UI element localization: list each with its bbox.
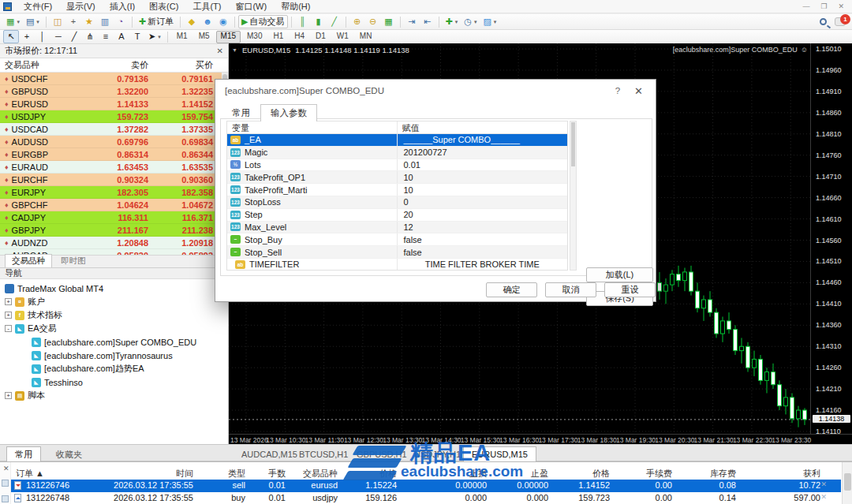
templates-button[interactable]: ▨▾ bbox=[480, 15, 499, 28]
param-row[interactable]: 123TakeProfit_OP110 bbox=[227, 171, 567, 184]
param-value-cell[interactable]: ______Super COMBO______ bbox=[398, 135, 568, 144]
text-tool[interactable]: A bbox=[114, 30, 129, 43]
dialog-close-button[interactable]: ✕ bbox=[631, 85, 646, 97]
terminal-rail-icon-2[interactable] bbox=[2, 495, 9, 502]
dialog-tab-输入参数[interactable]: 输入参数 bbox=[260, 104, 317, 121]
zoom-out-button[interactable]: ⊖ bbox=[365, 15, 381, 28]
market-watch-row[interactable]: ♦USDCAD1.372821.37335 bbox=[0, 123, 222, 136]
line-chart-button[interactable]: ╱ bbox=[327, 15, 342, 28]
order-row[interactable]: 1312267462026.03.12 17:35:55sell0.01euru… bbox=[11, 480, 841, 492]
timeframe-m5[interactable]: M5 bbox=[194, 31, 215, 43]
zoom-in-button[interactable]: ⊕ bbox=[349, 15, 365, 28]
menu-item-1[interactable]: 显示(V) bbox=[59, 1, 103, 12]
param-row[interactable]: ~Stop_Buyfalse bbox=[227, 233, 567, 246]
chart-tab-eurusd[interactable]: EURUSD,M15 bbox=[463, 446, 536, 461]
chart-price-scale[interactable]: 1.150101.149601.149101.148601.148101.147… bbox=[810, 43, 852, 434]
market-watch-row[interactable]: ♦EURCHF0.903240.90360 bbox=[0, 174, 222, 186]
param-value-cell[interactable]: 201200727 bbox=[398, 147, 568, 157]
tile-windows-button[interactable]: ▦ bbox=[381, 15, 397, 28]
strategy-tester-toggle[interactable]: ◔ bbox=[113, 15, 129, 28]
orders-col-1[interactable]: 时间 bbox=[176, 468, 193, 480]
sidebar-tab-常用[interactable]: 常用 bbox=[6, 446, 41, 461]
vertical-line-tool[interactable]: │ bbox=[35, 30, 50, 43]
orders-col-4[interactable]: 交易品种 bbox=[303, 468, 338, 480]
market-watch-row[interactable]: ♦CADJPY116.311116.371 bbox=[0, 211, 222, 224]
market-watch-row[interactable]: ♦USDCHF0.791360.79161 bbox=[0, 73, 222, 85]
col-symbol[interactable]: 交易品种 bbox=[0, 59, 88, 71]
search-icon[interactable] bbox=[820, 18, 827, 25]
param-value-cell[interactable]: 0 bbox=[398, 197, 568, 207]
expand-icon[interactable]: + bbox=[5, 312, 12, 319]
market-watch-row[interactable]: ♦EURUSD1.141331.14152 bbox=[0, 98, 222, 110]
market-watch-close-icon[interactable]: ✕ bbox=[217, 47, 223, 55]
navigator-item[interactable]: -◣EA交易 bbox=[0, 322, 228, 335]
param-value-cell[interactable]: 10 bbox=[398, 173, 568, 182]
param-value-cell[interactable]: 12 bbox=[398, 222, 568, 232]
orders-col-7[interactable]: 止盈 bbox=[531, 468, 548, 480]
expand-icon[interactable]: + bbox=[5, 392, 12, 399]
timeframe-m15[interactable]: M15 bbox=[216, 31, 241, 43]
param-value-cell[interactable]: TIME FILTER BROKER TIME bbox=[398, 259, 568, 269]
orders-col-6[interactable]: 止损 bbox=[469, 468, 487, 480]
mql-community-button[interactable]: ☻ bbox=[200, 15, 215, 28]
chart-shift-button[interactable]: ⇤ bbox=[420, 15, 435, 28]
timeframe-w1[interactable]: W1 bbox=[332, 31, 353, 43]
trendline-tool[interactable]: ╱ bbox=[66, 30, 82, 43]
orders-col-10[interactable]: 库存费 bbox=[710, 468, 736, 480]
autotrading-button[interactable]: ▶自动交易 bbox=[238, 15, 287, 28]
bar-chart-button[interactable]: ║ bbox=[295, 15, 311, 28]
navigator-item[interactable]: ◣Tesshinso bbox=[0, 375, 228, 389]
reset-button[interactable]: 重设 bbox=[604, 282, 656, 297]
terminal-scrollbar[interactable] bbox=[842, 462, 852, 504]
market-watch-tab-即时图[interactable]: 即时图 bbox=[54, 254, 93, 267]
navigator-toggle[interactable]: ★ bbox=[81, 15, 97, 28]
param-row[interactable]: 123Magic201200727 bbox=[227, 147, 567, 159]
indicators-button[interactable]: ✚▾ bbox=[443, 15, 462, 28]
navigator-item[interactable]: ◣[eaclubshare.com]趋势EA bbox=[0, 362, 228, 375]
candlestick-chart-button[interactable]: ▮ bbox=[311, 15, 327, 28]
horizontal-line-tool[interactable]: ─ bbox=[50, 30, 66, 43]
param-row[interactable]: ab_EA______Super COMBO______ bbox=[227, 134, 567, 147]
metaeditor-button[interactable]: ◆ bbox=[184, 15, 200, 28]
navigator-item[interactable]: +¤账户 bbox=[0, 295, 228, 308]
sidebar-tab-收藏夹[interactable]: 收藏夹 bbox=[47, 446, 91, 461]
crosshair-tool[interactable]: + bbox=[19, 30, 35, 43]
inputs-table-scrollbar[interactable] bbox=[570, 121, 577, 271]
terminal-close-icon[interactable]: ✕ bbox=[3, 465, 9, 472]
channel-tool[interactable]: ⋔ bbox=[82, 30, 98, 43]
market-watch-toggle[interactable]: ◫ bbox=[50, 15, 65, 28]
arrows-tool-dropdown-icon[interactable]: ▾ bbox=[158, 34, 161, 40]
periods-button-dropdown-icon[interactable]: ▾ bbox=[474, 19, 477, 25]
collapse-icon[interactable]: - bbox=[5, 325, 12, 332]
periods-button[interactable]: ◷▾ bbox=[461, 15, 480, 28]
close-order-icon[interactable]: ✕ bbox=[820, 493, 827, 501]
order-row[interactable]: 1312267482026.03.12 17:35:55buy0.01usdjp… bbox=[11, 492, 841, 504]
arrows-tool[interactable]: ➤▾ bbox=[145, 30, 164, 43]
timeframe-h4[interactable]: H4 bbox=[290, 31, 309, 43]
new-chart-button-dropdown-icon[interactable]: ▾ bbox=[17, 19, 20, 25]
orders-col-9[interactable]: 手续费 bbox=[646, 468, 672, 480]
market-watch-row[interactable]: ♦GBPCHF1.046241.04672 bbox=[0, 199, 222, 211]
orders-col-5[interactable]: 价格 bbox=[379, 468, 397, 480]
menu-item-3[interactable]: 图表(C) bbox=[142, 1, 185, 12]
param-row[interactable]: ~Stop_Sellfalse bbox=[227, 246, 567, 259]
close-order-icon[interactable]: ✕ bbox=[820, 480, 827, 488]
market-watch-row[interactable]: ♦GBPUSD1.322001.32235 bbox=[0, 85, 222, 98]
param-row[interactable]: 123Max_Level12 bbox=[227, 222, 567, 234]
restore-button[interactable]: ❐ bbox=[820, 2, 827, 10]
ea-smiley-icon[interactable]: ☺ bbox=[801, 46, 808, 54]
menu-item-4[interactable]: 工具(T) bbox=[185, 1, 228, 12]
navigator-root[interactable]: TradeMax Global MT4 bbox=[0, 282, 228, 295]
param-value-cell[interactable]: false bbox=[398, 248, 568, 257]
timeframe-m1[interactable]: M1 bbox=[172, 31, 192, 43]
auto-scroll-button[interactable]: ⇥ bbox=[404, 15, 420, 28]
fibonacci-tool[interactable]: ≡ bbox=[98, 30, 114, 43]
terminal-rail-icon-1[interactable] bbox=[2, 480, 9, 487]
param-row[interactable]: 123TakeProfit_Marti10 bbox=[227, 184, 567, 196]
sounds-button[interactable]: ◉ bbox=[215, 15, 231, 28]
menu-item-5[interactable]: 窗口(W) bbox=[228, 1, 274, 12]
timeframe-h1[interactable]: H1 bbox=[268, 31, 288, 43]
menu-item-0[interactable]: 文件(F) bbox=[17, 1, 59, 12]
param-value-cell[interactable]: 20 bbox=[398, 210, 568, 219]
param-value-cell[interactable]: 0.01 bbox=[398, 160, 568, 170]
